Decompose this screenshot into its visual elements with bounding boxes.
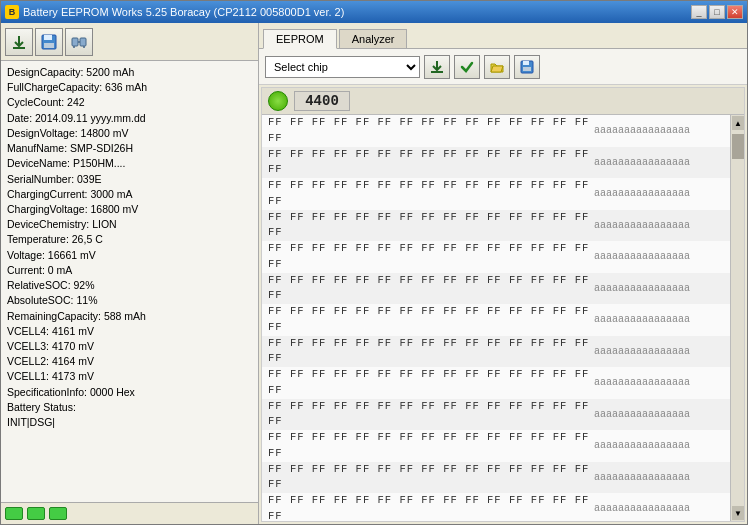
hex-row-6: FF FF FF FF FF FF FF FF FF FF FF FF FF F… [262,304,730,336]
info-line-16: RemainingCapacity: 588 mAh [7,309,252,324]
hex-view: 4400 FF FF FF FF FF FF FF FF FF FF FF FF… [261,87,745,522]
svg-rect-9 [431,71,443,73]
svg-rect-4 [72,38,78,46]
eeprom-download-icon [430,60,444,74]
status-indicator [268,91,288,111]
content-area: DesignCapacity: 5200 mAh FullChargeCapac… [1,23,747,524]
eeprom-toolbar: Select chip [259,49,747,85]
svg-rect-11 [523,61,529,65]
info-line-15: AbsoluteSOC: 11% [7,293,252,308]
hex-row-5: FF FF FF FF FF FF FF FF FF FF FF FF FF F… [262,273,730,305]
hex-row-2: FF FF FF FF FF FF FF FF FF FF FF FF FF F… [262,178,730,210]
svg-rect-12 [523,67,531,71]
info-line-21: SpecificationInfo: 0000 Hex [7,385,252,400]
left-toolbar [1,23,258,61]
chip-select-wrapper: Select chip [265,56,420,78]
info-line-23: INIT|DSG| [7,415,252,430]
info-line-14: RelativeSOC: 92% [7,278,252,293]
window-title: Battery EEPROM Works 5.25 Boracay (CP211… [23,6,344,18]
tab-analyzer[interactable]: Analyzer [339,29,408,48]
hex-row-4: FF FF FF FF FF FF FF FF FF FF FF FF FF F… [262,241,730,273]
hex-row-10: FF FF FF FF FF FF FF FF FF FF FF FF FF F… [262,430,730,462]
connect-icon [71,34,87,50]
left-panel: DesignCapacity: 5200 mAh FullChargeCapac… [1,23,259,524]
chip-select[interactable]: Select chip [265,56,420,78]
save-icon [41,34,57,50]
title-bar-left: B Battery EEPROM Works 5.25 Boracay (CP2… [5,5,344,19]
hex-scroll[interactable]: FF FF FF FF FF FF FF FF FF FF FF FF FF F… [262,115,730,521]
info-line-0: DesignCapacity: 5200 mAh [7,65,252,80]
hex-row-12: FF FF FF FF FF FF FF FF FF FF FF FF FF F… [262,493,730,521]
status-led-1 [5,507,23,520]
download-icon [11,34,27,50]
scroll-up-button[interactable]: ▲ [732,116,744,130]
eeprom-open-button[interactable] [484,55,510,79]
hex-row-7: FF FF FF FF FF FF FF FF FF FF FF FF FF F… [262,336,730,368]
scrollbar[interactable]: ▲ ▼ [730,115,744,521]
hex-row-3: FF FF FF FF FF FF FF FF FF FF FF FF FF F… [262,210,730,242]
app-icon-letter: B [9,7,16,17]
svg-rect-0 [13,47,25,49]
hex-row-9: FF FF FF FF FF FF FF FF FF FF FF FF FF F… [262,399,730,431]
svg-rect-3 [44,43,54,48]
tab-eeprom[interactable]: EEPROM [263,29,337,49]
hex-content: FF FF FF FF FF FF FF FF FF FF FF FF FF F… [262,115,744,521]
info-line-5: ManufName: SMP-SDI26H [7,141,252,156]
info-line-13: Current: 0 mA [7,263,252,278]
title-controls: _ □ ✕ [691,5,743,19]
right-panel: EEPROM Analyzer Select chip [259,23,747,524]
eeprom-open-icon [490,60,504,74]
save-button[interactable] [35,28,63,56]
eeprom-verify-button[interactable] [454,55,480,79]
info-line-4: DesignVoltage: 14800 mV [7,126,252,141]
eeprom-save-button[interactable] [514,55,540,79]
minimize-button[interactable]: _ [691,5,707,19]
scroll-down-button[interactable]: ▼ [732,506,744,520]
info-line-10: DeviceChemistry: LION [7,217,252,232]
status-bar-left [1,502,258,524]
maximize-button[interactable]: □ [709,5,725,19]
eeprom-verify-icon [460,60,474,74]
scroll-thumb[interactable] [732,134,744,159]
info-line-11: Temperature: 26,5 C [7,232,252,247]
eeprom-save-icon [520,60,534,74]
info-line-1: FullChargeCapacity: 636 mAh [7,80,252,95]
download-button[interactable] [5,28,33,56]
hex-row-11: FF FF FF FF FF FF FF FF FF FF FF FF FF F… [262,462,730,494]
eeprom-download-button[interactable] [424,55,450,79]
main-window: B Battery EEPROM Works 5.25 Boracay (CP2… [0,0,748,525]
hex-row-0: FF FF FF FF FF FF FF FF FF FF FF FF FF F… [262,115,730,147]
info-line-6: DeviceName: P150HM.... [7,156,252,171]
scroll-track [731,131,744,505]
status-led-2 [27,507,45,520]
info-line-20: VCELL1: 4173 mV [7,369,252,384]
info-line-22: Battery Status: [7,400,252,415]
hex-row-8: FF FF FF FF FF FF FF FF FF FF FF FF FF F… [262,367,730,399]
tab-bar: EEPROM Analyzer [259,23,747,49]
close-button[interactable]: ✕ [727,5,743,19]
info-line-7: SerialNumber: 039E [7,172,252,187]
title-bar: B Battery EEPROM Works 5.25 Boracay (CP2… [1,1,747,23]
info-line-2: CycleCount: 242 [7,95,252,110]
svg-rect-5 [80,38,86,46]
info-line-8: ChargingCurrent: 3000 mA [7,187,252,202]
info-line-18: VCELL3: 4170 mV [7,339,252,354]
info-line-9: ChargingVoltage: 16800 mV [7,202,252,217]
hex-header: 4400 [262,88,744,115]
connect-button[interactable] [65,28,93,56]
svg-rect-2 [44,35,52,40]
status-led-3 [49,507,67,520]
hex-row-1: FF FF FF FF FF FF FF FF FF FF FF FF FF F… [262,147,730,179]
info-line-17: VCELL4: 4161 mV [7,324,252,339]
info-line-19: VCELL2: 4164 mV [7,354,252,369]
info-line-12: Voltage: 16661 mV [7,248,252,263]
app-icon: B [5,5,19,19]
address-display: 4400 [294,91,350,111]
info-line-3: Date: 2014.09.11 yyyy.mm.dd [7,111,252,126]
info-panel: DesignCapacity: 5200 mAh FullChargeCapac… [1,61,258,502]
